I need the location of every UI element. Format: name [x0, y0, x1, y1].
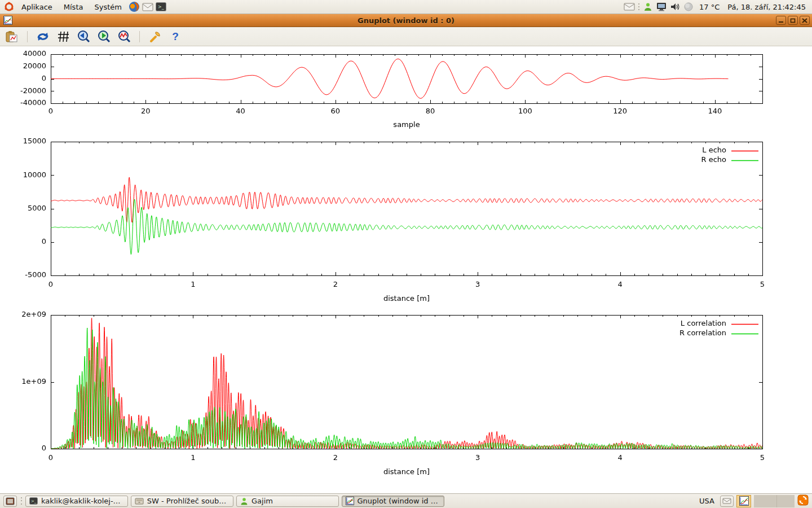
toggle-grid-button[interactable] [56, 29, 70, 44]
taskbar-grip[interactable] [20, 497, 23, 506]
minimize-button[interactable] [776, 16, 786, 25]
help-question-glyph: ? [172, 30, 179, 43]
desktop: Aplikace Místa Systém >_ 17 °C Pá, 1 [0, 0, 812, 508]
toolbar-separator [139, 31, 140, 42]
menu-applications[interactable]: Aplikace [17, 2, 57, 12]
tray-mail-icon[interactable] [624, 1, 635, 12]
keyboard-layout-indicator[interactable]: USA [696, 497, 717, 505]
window-title: Gnuplot (window id : 0) [0, 16, 812, 25]
tray-mail-button[interactable] [720, 496, 734, 507]
mail-launcher-icon[interactable] [142, 1, 153, 12]
terminal-launcher-icon[interactable]: >_ [156, 1, 167, 12]
gnome-top-panel: Aplikace Místa Systém >_ 17 °C Pá, 1 [0, 0, 812, 14]
svg-text:>_: >_ [31, 499, 37, 503]
gnuplot-icon [346, 497, 354, 505]
weather-icon[interactable] [683, 1, 694, 12]
menu-places-label: Místa [64, 3, 83, 11]
file-manager-icon [135, 497, 144, 505]
taskbar-button-gajim[interactable]: Gajim [236, 496, 339, 507]
tray-grip[interactable] [637, 2, 640, 11]
menu-applications-label: Aplikace [21, 3, 52, 11]
taskbar-button-file-manager[interactable]: SW - Prohlížeč souborů [131, 496, 233, 507]
zoom-next-button[interactable] [96, 29, 111, 44]
help-button[interactable]: ? [168, 29, 183, 44]
gnuplot-toolbar: ? [0, 27, 812, 46]
taskbar-button-gnuplot[interactable]: Gnuplot (window id : 0) [342, 496, 444, 507]
taskbar-button-label: SW - Prohlížeč souborů [147, 497, 230, 505]
show-desktop-button[interactable] [3, 496, 17, 507]
bottom-taskbar: >_ kaklik@kaklik-kolej-u... SW - Prohlíž… [0, 493, 812, 508]
volume-icon[interactable] [669, 1, 681, 12]
maximize-button[interactable] [788, 16, 798, 25]
trash-applet[interactable] [797, 494, 809, 507]
taskbar-button-label: Gnuplot (window id : 0) [358, 497, 440, 505]
taskbar-button-terminal[interactable]: >_ kaklik@kaklik-kolej-u... [25, 496, 128, 507]
echo-signals-chart[interactable] [0, 135, 812, 308]
taskbar-button-label: kaklik@kaklik-kolej-u... [41, 497, 124, 505]
menu-system[interactable]: Systém [90, 2, 126, 12]
clock[interactable]: Pá, 18. září, 21:42:45 [725, 3, 809, 11]
zoom-previous-button[interactable] [76, 29, 91, 44]
menu-system-label: Systém [94, 3, 121, 11]
window-titlebar[interactable]: Gnuplot (window id : 0) [0, 14, 812, 27]
close-button[interactable] [800, 16, 810, 25]
zoom-reset-button[interactable] [117, 29, 131, 44]
window-list-empty-area [754, 495, 795, 507]
display-icon[interactable] [656, 1, 667, 12]
toolbar-separator [27, 31, 28, 42]
gnuplot-canvas-area [0, 46, 812, 493]
gajim-status-icon[interactable] [642, 1, 654, 12]
signal-waveform-chart[interactable] [0, 46, 812, 135]
correlation-chart[interactable] [0, 308, 812, 493]
trash-icon [797, 494, 809, 506]
mail-icon [722, 498, 731, 504]
terminal-icon: >_ [29, 497, 38, 505]
tray-gnuplot-button[interactable] [736, 495, 751, 507]
settings-button[interactable] [148, 29, 162, 44]
menu-places[interactable]: Místa [59, 2, 88, 12]
gnuplot-icon [739, 496, 749, 506]
temperature-indicator[interactable]: 17 °C [696, 3, 722, 11]
replot-button[interactable] [36, 29, 50, 44]
svg-text:>_: >_ [158, 5, 165, 10]
ubuntu-logo-icon[interactable] [3, 1, 15, 12]
taskbar-button-label: Gajim [251, 497, 273, 505]
firefox-icon[interactable] [129, 1, 140, 12]
gajim-icon [240, 497, 248, 505]
copy-to-clipboard-button[interactable] [5, 29, 19, 44]
